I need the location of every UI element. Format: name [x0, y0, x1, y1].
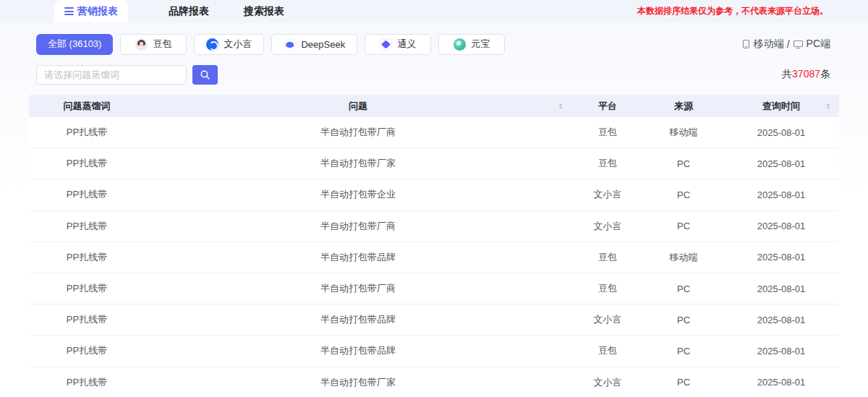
- cell-source: PC: [644, 315, 723, 325]
- cell-source: PC: [644, 189, 723, 200]
- cell-platform: 文小言: [571, 188, 644, 201]
- top-tab-bar: 营销报表 品牌报表 搜索报表 本数据排序结果仅为参考，不代表来源平台立场。: [0, 0, 868, 22]
- cell-platform: 文小言: [571, 376, 644, 389]
- cell-source: PC: [644, 346, 723, 357]
- cell-time: 2025-08-01: [723, 346, 839, 357]
- result-count: 共37087条: [782, 68, 830, 81]
- table-row: PP扎线带 半自动打包带厂家 豆包 PC 2025-08-01: [29, 148, 839, 179]
- cell-time: 2025-08-01: [723, 221, 839, 231]
- table-row: PP扎线带 半自动打包带品牌 豆包 移动端 2025-08-01: [29, 242, 839, 273]
- cell-keyword: PP扎线带: [29, 376, 145, 389]
- cell-question: 半自动打包带厂商: [145, 126, 571, 139]
- cell-time: 2025-08-01: [723, 252, 839, 262]
- cell-question: 半自动打包带厂家: [145, 376, 571, 389]
- deepseek-whale-icon: [284, 38, 296, 51]
- cell-keyword: PP扎线带: [29, 188, 145, 201]
- tab-brand-report[interactable]: 品牌报表: [151, 0, 226, 22]
- cell-platform: 文小言: [571, 220, 644, 233]
- table-row: PP扎线带 半自动打包带厂商 豆包 PC 2025-08-01: [29, 273, 839, 304]
- table-row: PP扎线带 半自动打包带企业 文小言 PC 2025-08-01: [29, 179, 839, 210]
- count-suffix: 条: [820, 68, 830, 80]
- cell-platform: 豆包: [571, 251, 644, 264]
- cell-question: 半自动打包带厂家: [145, 157, 571, 170]
- filter-wenxiaoyan-button[interactable]: 文小言: [194, 34, 264, 55]
- cell-question: 半自动打包带品牌: [145, 313, 571, 326]
- cell-time: 2025-08-01: [723, 189, 839, 200]
- header-query-time: 查询时间 ▲▼: [723, 95, 839, 117]
- tongyi-logo-icon: [380, 38, 392, 51]
- cell-question: 半自动打包带品牌: [145, 251, 571, 264]
- cell-time: 2025-08-01: [723, 283, 839, 294]
- tab-search-report[interactable]: 搜索报表: [226, 0, 302, 22]
- cell-source: 移动端: [644, 126, 723, 139]
- device-mobile-label: 移动端: [754, 38, 784, 51]
- device-toggle: 移动端 / PC端: [741, 38, 830, 51]
- search-icon: [200, 69, 210, 80]
- cell-keyword: PP扎线带: [29, 157, 145, 170]
- cell-question: 半自动打包带品牌: [145, 344, 571, 357]
- sort-query-time-icon[interactable]: ▲▼: [826, 103, 830, 110]
- model-label: DeepSeek: [301, 39, 345, 50]
- device-separator: /: [787, 38, 790, 50]
- cell-platform: 豆包: [571, 126, 644, 139]
- cell-keyword: PP扎线带: [29, 282, 145, 295]
- cell-keyword: PP扎线带: [29, 251, 145, 264]
- cell-platform: 文小言: [571, 313, 644, 326]
- cell-time: 2025-08-01: [723, 377, 839, 388]
- count-number: 37087: [792, 68, 820, 80]
- table-row: PP扎线带 半自动打包带品牌 文小言 PC 2025-08-01: [29, 304, 839, 336]
- device-pc-label: PC端: [807, 38, 830, 51]
- device-pc-toggle[interactable]: PC端: [793, 38, 830, 51]
- header-question: 问题 ▲▼: [145, 95, 571, 117]
- model-label: 豆包: [153, 38, 171, 51]
- cell-time: 2025-08-01: [723, 158, 839, 169]
- count-prefix: 共: [782, 68, 792, 80]
- report-table: 问题蒸馏词 问题 ▲▼ 平台 来源 查询时间 ▲▼ PP扎线带 半自: [29, 95, 839, 397]
- disclaimer-text: 本数据排序结果仅为参考，不代表来源平台立场。: [637, 5, 828, 17]
- table-header-row: 问题蒸馏词 问题 ▲▼ 平台 来源 查询时间 ▲▼: [29, 95, 839, 117]
- cell-question: 半自动打包带厂商: [145, 220, 571, 233]
- filter-all-button[interactable]: 全部 (36103): [36, 34, 113, 55]
- header-keyword: 问题蒸馏词: [29, 95, 145, 117]
- search-button[interactable]: [192, 65, 218, 85]
- table-body: PP扎线带 半自动打包带厂商 豆包 移动端 2025-08-01 PP扎线带 半…: [29, 117, 839, 397]
- cell-platform: 豆包: [571, 282, 644, 295]
- cell-keyword: PP扎线带: [29, 126, 145, 139]
- cell-source: PC: [644, 377, 723, 388]
- tab-marketing-report[interactable]: 营销报表: [54, 0, 128, 22]
- search-row: 共37087条: [36, 64, 830, 85]
- sort-question-icon[interactable]: ▲▼: [558, 103, 563, 110]
- doubao-avatar-icon: [135, 38, 148, 51]
- cell-keyword: PP扎线带: [29, 220, 145, 233]
- device-mobile-toggle[interactable]: 移动端: [741, 38, 784, 51]
- table-row: PP扎线带 半自动打包带品牌 豆包 PC 2025-08-01: [29, 336, 839, 367]
- cell-source: PC: [644, 221, 723, 231]
- monitor-icon: [793, 39, 804, 49]
- model-label: 元宝: [471, 38, 490, 51]
- filter-tongyi-button[interactable]: 通义: [365, 34, 431, 55]
- filter-deepseek-button[interactable]: DeepSeek: [271, 34, 357, 55]
- filter-doubao-button[interactable]: 豆包: [120, 34, 187, 55]
- table-row: PP扎线带 半自动打包带厂商 豆包 移动端 2025-08-01: [29, 117, 839, 148]
- header-platform: 平台: [571, 95, 644, 117]
- content-area: 全部 (36103) 豆包 文小言 DeepSeek 通义 元宝: [0, 22, 868, 397]
- table-row: PP扎线带 半自动打包带厂家 文小言 PC 2025-08-01: [29, 367, 839, 397]
- cell-source: PC: [644, 283, 723, 294]
- header-source: 来源: [644, 95, 723, 117]
- cell-time: 2025-08-01: [723, 127, 839, 138]
- cell-source: 移动端: [644, 251, 723, 264]
- model-label: 文小言: [224, 38, 252, 51]
- mobile-icon: [741, 39, 751, 49]
- filter-yuanbao-button[interactable]: 元宝: [438, 34, 505, 55]
- cell-platform: 豆包: [571, 157, 644, 170]
- cell-time: 2025-08-01: [723, 315, 839, 325]
- tab-label: 品牌报表: [169, 5, 209, 18]
- page: 营销报表 品牌报表 搜索报表 本数据排序结果仅为参考，不代表来源平台立场。 全部…: [0, 0, 868, 397]
- yuanbao-logo-icon: [454, 38, 466, 51]
- filter-row: 全部 (36103) 豆包 文小言 DeepSeek 通义 元宝: [36, 33, 830, 55]
- cell-question: 半自动打包带厂商: [145, 282, 571, 295]
- list-icon: [64, 7, 74, 15]
- search-input[interactable]: [36, 65, 187, 85]
- tab-label: 营销报表: [77, 5, 118, 18]
- cell-source: PC: [644, 158, 723, 169]
